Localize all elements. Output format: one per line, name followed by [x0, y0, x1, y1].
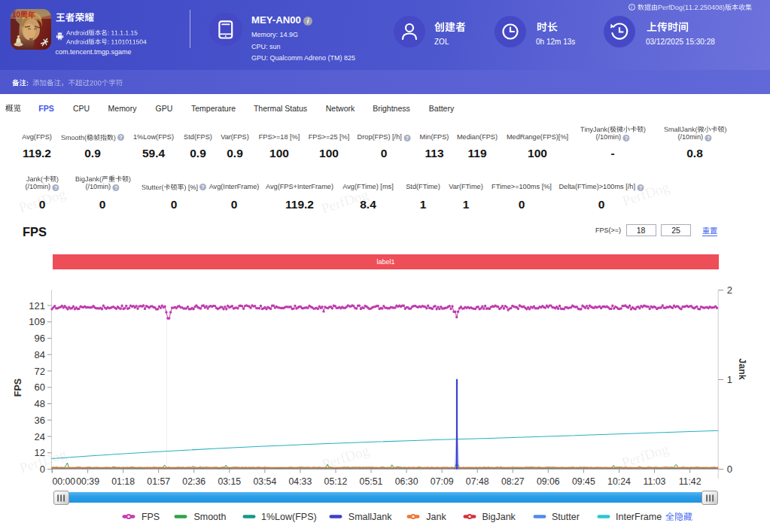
svg-text:121: 121 — [29, 300, 45, 312]
svg-text:24: 24 — [35, 431, 45, 442]
svg-text:06:30: 06:30 — [395, 476, 418, 487]
svg-text:2: 2 — [727, 284, 732, 296]
svg-text:96: 96 — [35, 333, 45, 344]
svg-text:11:03: 11:03 — [644, 476, 666, 487]
svg-text:Jank: Jank — [737, 358, 747, 380]
svg-text:01:18: 01:18 — [111, 476, 135, 487]
svg-text:72: 72 — [35, 366, 45, 377]
svg-text:09:06: 09:06 — [537, 476, 560, 487]
svg-text:11:42: 11:42 — [679, 476, 702, 487]
svg-text:05:51: 05:51 — [360, 476, 383, 487]
svg-text:60: 60 — [35, 382, 45, 393]
svg-text:84: 84 — [35, 349, 45, 360]
svg-text:05:12: 05:12 — [324, 476, 348, 487]
svg-text:03:54: 03:54 — [254, 476, 277, 487]
svg-text:04:33: 04:33 — [289, 476, 312, 487]
svg-text:48: 48 — [35, 398, 45, 409]
svg-text:FPS: FPS — [13, 378, 23, 397]
svg-text:09:45: 09:45 — [572, 476, 595, 487]
svg-text:07:09: 07:09 — [431, 476, 454, 487]
svg-text:03:15: 03:15 — [218, 476, 241, 487]
svg-text:109: 109 — [29, 316, 45, 327]
svg-text:10:24: 10:24 — [607, 476, 631, 487]
svg-text:01:57: 01:57 — [147, 476, 170, 487]
svg-text:00:39: 00:39 — [76, 476, 99, 487]
svg-text:10周年: 10周年 — [12, 11, 35, 19]
svg-text:02:36: 02:36 — [182, 476, 205, 487]
svg-text:07:48: 07:48 — [466, 476, 489, 487]
svg-text:1: 1 — [727, 374, 732, 385]
svg-text:08:27: 08:27 — [501, 476, 525, 487]
svg-text:0: 0 — [727, 464, 732, 475]
svg-text:36: 36 — [35, 415, 45, 426]
svg-text:0: 0 — [40, 464, 45, 475]
svg-text:00:00: 00:00 — [52, 476, 75, 487]
svg-text:12: 12 — [35, 447, 45, 458]
